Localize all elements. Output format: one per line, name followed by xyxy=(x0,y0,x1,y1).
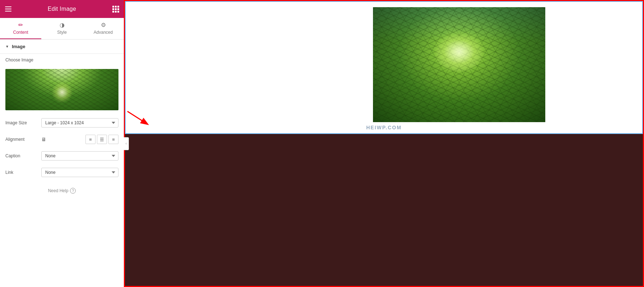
image-section-header: ▼ Image xyxy=(0,40,124,54)
watermark: HEIWP.COM xyxy=(366,125,402,130)
caption-label: Caption xyxy=(5,153,38,158)
tab-advanced[interactable]: ⚙ Advanced xyxy=(83,18,124,39)
style-tab-icon: ◑ xyxy=(60,22,65,28)
align-center-button[interactable]: ☰ xyxy=(97,135,107,144)
preview-image-inner xyxy=(373,7,545,122)
alignment-label: Alignment xyxy=(5,137,38,142)
preview-bottom xyxy=(125,134,643,286)
link-row: Link None Media File Attachment Page Cus… xyxy=(0,164,124,181)
choose-image-row: Choose Image xyxy=(0,54,124,66)
need-help-label[interactable]: Need Help xyxy=(48,188,69,193)
advanced-tab-icon: ⚙ xyxy=(101,22,106,28)
image-size-label: Image Size xyxy=(5,120,38,125)
align-right-button[interactable]: ≡ xyxy=(108,135,118,144)
sidebar: Edit Image ✏ Content ◑ Style ⚙ Advanced xyxy=(0,0,124,287)
link-select[interactable]: None Media File Attachment Page Custom U… xyxy=(41,168,118,177)
image-size-row: Image Size Large - 1024 x 1024 Thumbnail… xyxy=(0,115,124,131)
sidebar-content: ▼ Image Choose Image Image Size Large - … xyxy=(0,40,124,287)
image-thumbnail-wrap[interactable] xyxy=(0,66,124,115)
monitor-icon: 🖥 xyxy=(41,136,46,142)
tab-advanced-label: Advanced xyxy=(94,30,113,35)
image-size-select[interactable]: Large - 1024 x 1024 Thumbnail - 150 x 15… xyxy=(41,118,118,128)
caption-select[interactable]: None Attachment Caption Custom Caption xyxy=(41,151,118,161)
alignment-buttons: ≡ ☰ ≡ xyxy=(85,135,118,144)
collapse-panel-button[interactable]: ‹ xyxy=(124,137,129,150)
tab-style[interactable]: ◑ Style xyxy=(41,18,83,39)
tab-content[interactable]: ✏ Content xyxy=(0,18,41,39)
grid-icon[interactable] xyxy=(112,6,119,12)
section-label: Image xyxy=(12,44,25,49)
alignment-row: Alignment 🖥 ≡ ☰ ≡ xyxy=(0,131,124,148)
section-collapse-arrow[interactable]: ▼ xyxy=(5,45,9,48)
hamburger-icon[interactable] xyxy=(5,6,11,11)
image-thumbnail[interactable] xyxy=(5,69,118,110)
sidebar-title: Edit Image xyxy=(48,6,76,12)
sidebar-wrapper: Edit Image ✏ Content ◑ Style ⚙ Advanced xyxy=(0,0,124,287)
caption-row: Caption None Attachment Caption Custom C… xyxy=(0,148,124,164)
tab-bar: ✏ Content ◑ Style ⚙ Advanced xyxy=(0,18,124,40)
tab-style-label: Style xyxy=(57,30,67,35)
preview-image xyxy=(373,7,545,122)
content-tab-icon: ✏ xyxy=(18,22,23,28)
image-thumb-inner xyxy=(5,69,118,110)
help-circle-icon[interactable]: ? xyxy=(70,188,76,194)
need-help-section: Need Help ? xyxy=(0,181,124,201)
preview-top: HEIWP.COM xyxy=(125,1,643,134)
choose-image-label: Choose Image xyxy=(5,57,38,63)
sidebar-header: Edit Image xyxy=(0,0,124,18)
main-preview: HEIWP.COM xyxy=(124,0,644,287)
tab-content-label: Content xyxy=(13,30,28,35)
align-left-button[interactable]: ≡ xyxy=(85,135,95,144)
link-label: Link xyxy=(5,170,38,175)
